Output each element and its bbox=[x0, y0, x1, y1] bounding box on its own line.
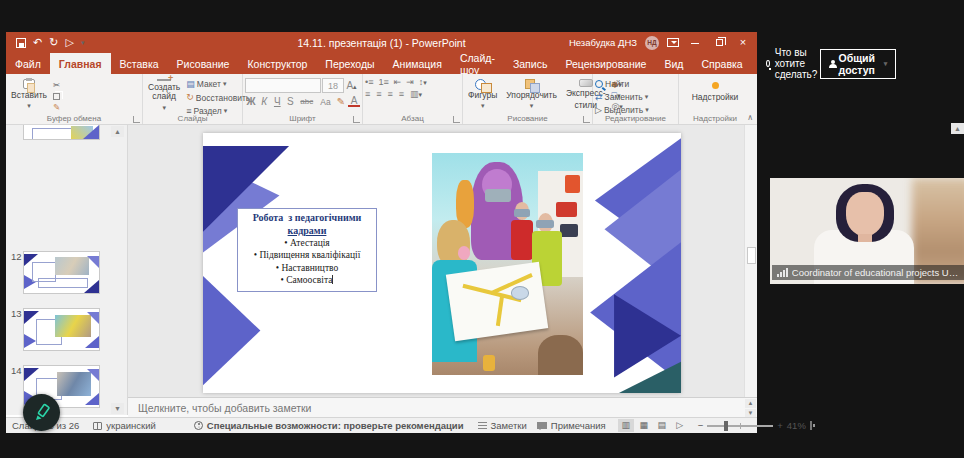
notes-placeholder[interactable]: Щелкните, чтобы добавить заметки bbox=[128, 402, 311, 414]
fit-slide-icon[interactable] bbox=[810, 421, 812, 430]
layout-button[interactable]: ▤Макет▾ bbox=[186, 79, 250, 90]
notes-toggle[interactable]: Заметки bbox=[478, 420, 527, 431]
ribbon-display-options-icon[interactable] bbox=[667, 38, 679, 47]
tell-me-box[interactable]: Что вы хотите сделать? bbox=[766, 53, 821, 74]
start-slideshow-icon[interactable]: ▷ bbox=[65, 37, 73, 48]
increase-indent-icon[interactable]: ⇥ bbox=[406, 78, 414, 87]
tab-insert[interactable]: Вставка bbox=[111, 53, 168, 74]
tab-transitions[interactable]: Переходы bbox=[316, 53, 383, 74]
replace-button[interactable]: ⇄Заменить▾ bbox=[595, 92, 649, 103]
edge-scroll-arrow-icon[interactable]: ▲ bbox=[951, 123, 964, 134]
arrange-button[interactable]: Упорядочить▾ bbox=[503, 77, 560, 112]
tab-help[interactable]: Справка bbox=[692, 53, 751, 74]
font-dialog-launcher[interactable] bbox=[353, 116, 360, 123]
new-slide-button[interactable]: Создать слайд▾ bbox=[145, 77, 183, 112]
font-name-combobox[interactable] bbox=[245, 78, 321, 93]
numbering-icon[interactable]: 1≡ bbox=[378, 78, 388, 87]
align-center-icon[interactable]: ≡ bbox=[376, 90, 381, 99]
slide-scrollbar[interactable] bbox=[744, 125, 757, 397]
change-case-icon[interactable]: Аа bbox=[317, 97, 334, 107]
highlight-icon[interactable]: ✎ bbox=[335, 96, 347, 107]
text-shadow-icon[interactable]: S bbox=[284, 96, 296, 107]
share-button[interactable]: Общий доступ ▾ bbox=[820, 49, 896, 79]
annotation-pen-button[interactable] bbox=[23, 394, 60, 431]
lightbulb-icon bbox=[766, 60, 770, 67]
minimize-button[interactable] bbox=[687, 37, 703, 48]
bold-icon[interactable]: Ж bbox=[245, 96, 257, 107]
slide-textbox[interactable]: Робота з педагогічними кадрами • Атестац… bbox=[237, 208, 377, 292]
redo-icon[interactable]: ↻ bbox=[49, 37, 58, 48]
view-sorter-icon[interactable]: ▦ bbox=[636, 419, 652, 432]
line-spacing-icon[interactable]: ↕▾ bbox=[419, 78, 427, 87]
find-button[interactable]: Найти bbox=[595, 79, 649, 90]
webcam-video[interactable]: Coordinator of educational projects Uk..… bbox=[770, 178, 964, 284]
save-icon[interactable] bbox=[16, 38, 26, 48]
tab-home[interactable]: Главная bbox=[50, 53, 111, 74]
bullets-icon[interactable]: •≡ bbox=[365, 78, 373, 87]
scroll-down-icon[interactable]: ▼ bbox=[111, 403, 124, 414]
zoom-slider[interactable] bbox=[707, 425, 773, 427]
zoom-in-icon[interactable]: + bbox=[777, 420, 783, 431]
comments-toggle[interactable]: Примечания bbox=[537, 420, 606, 431]
collapse-ribbon-icon[interactable]: ∧ bbox=[747, 113, 753, 122]
zoom-out-icon[interactable]: − bbox=[698, 420, 704, 431]
undo-icon[interactable]: ↶ bbox=[33, 37, 42, 48]
search-icon bbox=[595, 80, 603, 88]
zoom-level[interactable]: 41% bbox=[787, 420, 806, 431]
thumbnail-number: 12 bbox=[11, 251, 22, 262]
underline-icon[interactable]: Ч bbox=[271, 96, 283, 107]
paragraph-dialog-launcher[interactable] bbox=[453, 116, 460, 123]
view-normal-icon[interactable]: ▥ bbox=[618, 419, 634, 432]
qat-customize-icon[interactable]: ▾ bbox=[81, 39, 85, 47]
scroll-up-icon[interactable]: ▲ bbox=[111, 126, 124, 137]
reset-button[interactable]: ↻Восстановить bbox=[186, 92, 250, 103]
columns-icon[interactable]: ▥▾ bbox=[410, 90, 422, 99]
grow-font-icon[interactable]: А▴ bbox=[345, 80, 358, 91]
slide-canvas[interactable]: Робота з педагогічними кадрами • Атестац… bbox=[203, 133, 681, 393]
format-painter-icon[interactable]: ✎ bbox=[53, 102, 60, 113]
language-status[interactable]: украинский bbox=[93, 420, 156, 431]
font-size-combobox[interactable]: 18 bbox=[322, 78, 344, 93]
view-slideshow-icon[interactable]: ▷ bbox=[672, 419, 688, 432]
paste-button[interactable]: Вставить▾ bbox=[8, 77, 50, 112]
strikethrough-icon[interactable]: abc bbox=[297, 97, 316, 106]
thumbnail-scrollbar[interactable]: ▲ ▼ bbox=[111, 125, 124, 415]
view-reading-icon[interactable]: ▤ bbox=[654, 419, 670, 432]
restore-button[interactable] bbox=[711, 37, 727, 48]
tab-file[interactable]: Файл bbox=[6, 53, 50, 74]
tab-review[interactable]: Рецензирование bbox=[556, 53, 655, 74]
align-left-icon[interactable]: ≡ bbox=[365, 90, 370, 99]
slide-thumbnail-12[interactable] bbox=[23, 251, 100, 294]
pen-icon bbox=[32, 403, 52, 423]
scroll-up-icon[interactable]: ▲ bbox=[745, 399, 756, 408]
slide-thumbnail-13[interactable] bbox=[23, 308, 100, 351]
account-name[interactable]: Незабудка ДНЗ bbox=[569, 37, 637, 48]
shapes-button[interactable]: Фигуры▾ bbox=[465, 77, 500, 112]
copy-icon[interactable] bbox=[53, 93, 60, 100]
decrease-indent-icon[interactable]: ⇤ bbox=[394, 78, 402, 87]
tab-record[interactable]: Запись bbox=[504, 53, 556, 74]
tab-view[interactable]: Вид bbox=[655, 53, 692, 74]
justify-icon[interactable]: ≡ bbox=[399, 90, 404, 99]
notes-scrollbar[interactable]: ▲▼ bbox=[745, 399, 756, 418]
tab-slideshow[interactable]: Слайд-шоу bbox=[451, 53, 504, 74]
scrollbar-thumb[interactable] bbox=[747, 247, 756, 264]
accessibility-status[interactable]: Специальные возможности: проверьте реком… bbox=[194, 420, 464, 431]
drawing-dialog-launcher[interactable] bbox=[583, 116, 590, 123]
slide-photo[interactable] bbox=[432, 153, 583, 375]
tab-draw[interactable]: Рисование bbox=[168, 53, 239, 74]
italic-icon[interactable]: К bbox=[258, 96, 270, 107]
tab-animations[interactable]: Анимация bbox=[384, 53, 451, 74]
arrange-icon bbox=[525, 79, 539, 89]
tab-design[interactable]: Конструктор bbox=[238, 53, 316, 74]
clipboard-dialog-launcher[interactable] bbox=[133, 116, 140, 123]
cut-icon[interactable]: ✂ bbox=[53, 80, 60, 91]
slide-thumbnail-11[interactable] bbox=[23, 125, 100, 140]
addins-button[interactable]: Надстройки bbox=[681, 77, 749, 112]
zoom-slider-handle[interactable] bbox=[724, 421, 728, 431]
align-right-icon[interactable]: ≡ bbox=[388, 90, 393, 99]
font-color-icon[interactable]: А bbox=[348, 96, 360, 107]
close-button[interactable]: × bbox=[735, 37, 751, 48]
account-avatar[interactable]: НД bbox=[645, 36, 659, 50]
notes-pane[interactable]: Щелкните, чтобы добавить заметки ▲▼ bbox=[128, 397, 757, 417]
